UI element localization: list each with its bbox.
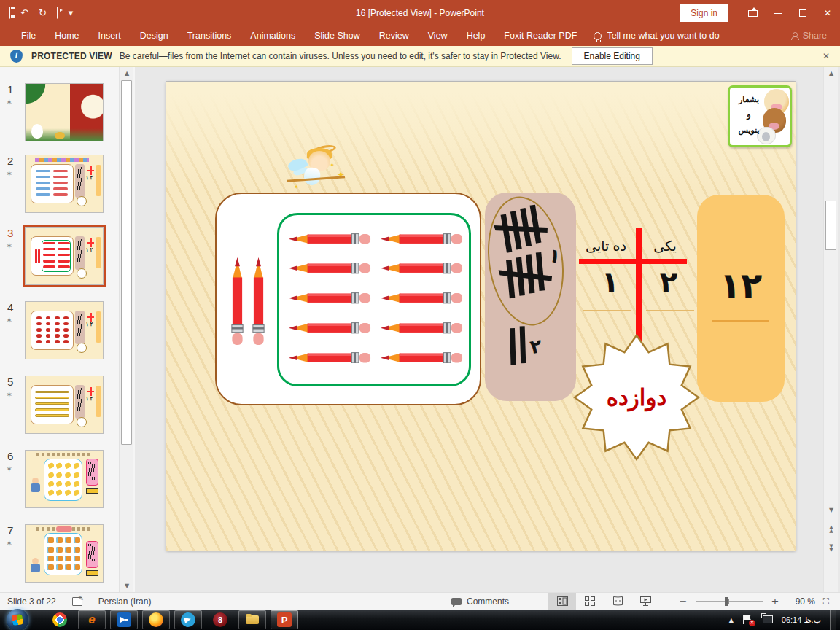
card-line-1: بشمار [733, 92, 765, 107]
file-explorer-icon [245, 612, 260, 627]
taskbar-app-red-sphere-app[interactable]: 8 [206, 610, 234, 629]
slide-thumbnail-3[interactable]: 3✶۱ ۲ [0, 227, 135, 285]
taskbar-app-file-explorer[interactable] [238, 610, 266, 629]
taskbar-app-internet-explorer[interactable]: e [78, 610, 106, 629]
zoom-slider-handle[interactable] [725, 597, 728, 606]
normal-view-button[interactable] [548, 593, 576, 610]
start-slideshow-icon[interactable] [57, 8, 58, 18]
slide-canvas[interactable]: بشمار و بنویس ✦✦✦ ۱ ۲ [166, 82, 796, 551]
close-button[interactable]: ✕ [815, 0, 840, 26]
thumbnail-image[interactable] [25, 83, 104, 141]
slide-thumbnail-1[interactable]: 1✶ [0, 83, 135, 141]
ribbon-tab-slide-show[interactable]: Slide Show [305, 27, 370, 44]
customize-qat-icon[interactable]: ▾ [69, 8, 74, 18]
taskbar-app-firefox[interactable] [142, 610, 170, 629]
sign-in-button[interactable]: Sign in [680, 4, 728, 22]
spellcheck-icon[interactable] [72, 596, 82, 606]
save-icon[interactable] [9, 8, 10, 18]
animation-star-icon: ✶ [6, 539, 12, 548]
firefox-icon [149, 612, 163, 627]
ribbon-tab-design[interactable]: Design [131, 27, 178, 44]
zoom-out-icon[interactable]: − [678, 596, 688, 607]
slide-thumbnail-6[interactable]: 6✶ [0, 450, 135, 508]
thumbnail-image[interactable] [25, 524, 104, 583]
taskbar-app-telegram[interactable] [174, 610, 202, 629]
show-desktop-button[interactable] [830, 610, 836, 630]
slideshow-view-button[interactable] [631, 593, 659, 610]
scroll-down-icon[interactable]: ▼ [120, 580, 133, 592]
slide-thumbnail-2[interactable]: 2✶۱ ۲ [0, 155, 135, 213]
share-label: Share [803, 31, 827, 41]
action-center-flag-icon[interactable]: ✕ [742, 615, 752, 625]
tens-header: ده تایی [579, 238, 633, 254]
pencil [288, 352, 371, 367]
place-value-vertical-line [636, 228, 642, 343]
redo-icon[interactable]: ↻ [39, 8, 47, 18]
slide-thumbnail-7[interactable]: 7✶ [0, 524, 135, 583]
ribbon-tab-insert[interactable]: Insert [89, 27, 131, 44]
thumbnail-image[interactable] [25, 450, 104, 508]
scrollbar-thumb[interactable] [825, 201, 836, 250]
vertical-scrollbar[interactable]: ▲ ▼ ▲▲ ▼▼ [823, 67, 838, 592]
start-button[interactable] [6, 610, 30, 630]
zoom-percentage[interactable]: 90 % [788, 596, 815, 607]
ribbon-tab-file[interactable]: File [12, 27, 45, 44]
tell-me-box[interactable]: Tell me what you want to do [594, 31, 719, 41]
thumbnail-image[interactable]: ۱ ۲ [25, 301, 104, 359]
enable-editing-button[interactable]: Enable Editing [572, 47, 653, 65]
network-display-icon[interactable] [761, 615, 773, 625]
zoom-in-icon[interactable]: + [770, 596, 780, 607]
slide-counter[interactable]: Slide 3 of 22 [7, 596, 56, 607]
thumbnail-image[interactable]: ۱ ۲ [25, 227, 104, 285]
ribbon-tab-transitions[interactable]: Transitions [178, 27, 241, 44]
slide-sorter-view-button[interactable] [576, 593, 604, 610]
scroll-down-icon[interactable]: ▼ [825, 505, 838, 516]
pencil [380, 233, 463, 248]
animation-star-icon: ✶ [6, 169, 12, 179]
slide-thumbnail-4[interactable]: 4✶۱ ۲ [0, 301, 135, 359]
pencil [231, 257, 244, 349]
scroll-up-icon[interactable]: ▲ [825, 68, 838, 79]
slide-number: 7 [7, 524, 13, 537]
next-slide-button[interactable]: ▼▼ [825, 542, 838, 554]
scroll-up-icon[interactable]: ▲ [120, 67, 133, 79]
ribbon-tab-help[interactable]: Help [457, 27, 495, 44]
thumbnail-scrollbar[interactable]: ▲ ▼ [119, 67, 133, 592]
slide-number: 2 [7, 155, 13, 167]
pencils-box [215, 192, 481, 405]
slide-thumbnail-5[interactable]: 5✶۱ ۲ [0, 376, 135, 434]
title-bar: ↶ ↻ ▾ 16 [Protected View] - PowerPoint S… [0, 0, 840, 26]
share-button[interactable]: Share [791, 31, 827, 41]
numeral-12: ۱۲ [697, 265, 785, 306]
minimize-button[interactable]: — [766, 0, 790, 26]
ribbon-tab-view[interactable]: View [419, 27, 457, 44]
ribbon-tab-home[interactable]: Home [45, 27, 88, 44]
scrollbar-thumb[interactable] [121, 80, 132, 445]
tally-panel: ۱ ۲ [485, 192, 576, 401]
slide-number: 3 [7, 227, 13, 239]
comments-label: Comments [467, 596, 509, 607]
comments-button[interactable]: Comments [441, 596, 519, 607]
taskbar-app-download-manager[interactable] [110, 610, 138, 629]
taskbar-app-powerpoint[interactable]: P [271, 610, 298, 629]
reading-view-button[interactable] [604, 593, 631, 610]
fit-slide-to-window-icon[interactable]: ⛶ [815, 596, 837, 607]
status-bar: Slide 3 of 22 Persian (Iran) Comments [0, 592, 840, 610]
restore-button[interactable] [790, 0, 815, 26]
ribbon-display-options-icon[interactable] [741, 0, 766, 26]
thumbnail-crayons: ۱ ۲ [26, 155, 103, 212]
close-bar-icon[interactable]: ✕ [822, 51, 830, 61]
zoom-slider[interactable] [696, 601, 763, 602]
ribbon-tab-animations[interactable]: Animations [241, 27, 305, 44]
language-indicator[interactable]: Persian (Iran) [98, 596, 152, 607]
download-manager-icon [117, 612, 131, 627]
thumbnail-image[interactable]: ۱ ۲ [25, 376, 104, 434]
taskbar-app-chrome[interactable] [46, 610, 74, 629]
taskbar-clock[interactable]: 06:14 ب.ظ [782, 615, 821, 625]
ribbon-tab-review[interactable]: Review [370, 27, 419, 44]
ribbon-tab-foxit-reader-pdf[interactable]: Foxit Reader PDF [494, 27, 586, 44]
undo-icon[interactable]: ↶ [20, 8, 28, 18]
previous-slide-button[interactable]: ▲▲ [825, 524, 838, 535]
tray-expand-icon[interactable]: ▲ [729, 617, 734, 623]
thumbnail-image[interactable]: ۱ ۲ [25, 155, 104, 213]
